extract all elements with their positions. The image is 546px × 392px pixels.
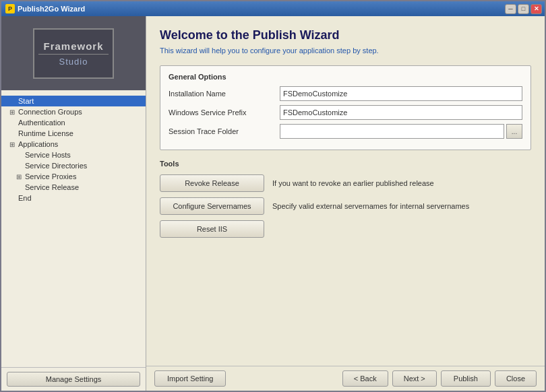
sidebar-item-label: Authentication [18,119,65,127]
logo-box: Framework Studio [33,28,114,79]
session-trace-folder-field: ... [280,124,522,139]
title-bar: P Publish2Go Wizard ─ □ ✕ [1,1,545,16]
sidebar-item-service-proxies[interactable]: ⊞ Service Proxies [1,171,146,182]
nav-list: Start ⊞ Connection Groups Authentication… [1,90,146,367]
tools-section: Tools Revoke Release If you want to revo… [160,160,531,238]
installation-name-row: Installation Name [169,86,522,101]
publish-button[interactable]: Publish [441,370,491,387]
sidebar: Framework Studio Start ⊞ Connection Grou… [1,16,146,391]
revoke-release-button[interactable]: Revoke Release [160,174,264,192]
content-area: Welcome to the Publish Wizard This wizar… [146,16,545,366]
general-options-group: General Options Installation Name Window… [160,65,531,150]
app-icon: P [5,4,15,13]
session-trace-folder-input[interactable] [280,124,504,139]
sidebar-item-label: End [18,194,32,202]
window-body: Framework Studio Start ⊞ Connection Grou… [1,16,545,391]
page-title: Welcome to the Publish Wizard [160,28,531,42]
maximize-button[interactable]: □ [518,4,529,14]
sidebar-item-applications[interactable]: ⊞ Applications [1,139,146,150]
sidebar-item-runtime-license[interactable]: Runtime License [1,128,146,139]
back-button[interactable]: < Back [342,370,388,387]
sidebar-item-label: Service Hosts [25,151,71,159]
logo-divider [38,54,109,55]
import-setting-button[interactable]: Import Setting [154,370,226,387]
windows-service-prefix-label: Windows Service Prefix [169,108,280,117]
nav-buttons: < Back Next > Publish Close [342,370,537,387]
logo-bottom: Studio [59,57,88,67]
installation-name-label: Installation Name [169,90,280,98]
window-title: Publish2Go Wizard [18,5,85,13]
main-content: Welcome to the Publish Wizard This wizar… [146,16,545,391]
logo-top: Framework [43,40,103,52]
windows-service-prefix-row: Windows Service Prefix [169,105,522,120]
sidebar-item-service-hosts[interactable]: Service Hosts [1,150,146,160]
close-button[interactable]: Close [495,370,537,387]
sidebar-item-connection-groups[interactable]: ⊞ Connection Groups [1,106,146,117]
sidebar-item-service-release[interactable]: Service Release [1,182,146,193]
expand-icon: ⊞ [9,108,16,116]
revoke-release-row: Revoke Release If you want to revoke an … [160,174,531,192]
browse-button[interactable]: ... [506,124,522,139]
reset-iis-row: Reset IIS [160,220,531,238]
logo-area: Framework Studio [1,16,146,90]
bottom-left: Import Setting [154,370,226,387]
sidebar-item-service-directories[interactable]: Service Directories [1,160,146,171]
sidebar-item-start[interactable]: Start [1,96,146,106]
reset-iis-button[interactable]: Reset IIS [160,220,264,238]
session-trace-folder-label: Session Trace Folder [169,127,280,135]
sidebar-item-label: Runtime License [18,129,73,137]
expand-icon: ⊞ [9,141,16,148]
sidebar-item-label: Service Release [25,183,79,191]
title-bar-controls: ─ □ ✕ [505,4,542,14]
next-button[interactable]: Next > [392,370,437,387]
sidebar-item-label: Service Proxies [25,172,76,181]
sidebar-item-label: Connection Groups [18,108,82,116]
sidebar-item-label: Applications [18,140,58,148]
sidebar-item-authentication[interactable]: Authentication [1,117,146,128]
configure-servernames-desc: Specify valid external servernames for i… [272,202,469,210]
close-window-button[interactable]: ✕ [530,4,542,14]
windows-service-prefix-input[interactable] [280,105,522,120]
tools-label: Tools [160,160,531,168]
title-bar-left: P Publish2Go Wizard [5,4,85,13]
configure-servernames-row: Configure Servernames Specify valid exte… [160,197,531,215]
main-window: P Publish2Go Wizard ─ □ ✕ Framework Stud… [0,0,546,392]
general-options-label: General Options [169,73,522,81]
configure-servernames-button[interactable]: Configure Servernames [160,197,264,215]
manage-settings-button[interactable]: Manage Settings [7,372,140,387]
page-subtitle: This wizard will help you to configure y… [160,46,531,55]
sidebar-item-end[interactable]: End [1,193,146,203]
minimize-button[interactable]: ─ [505,4,516,14]
sidebar-bottom: Manage Settings [1,367,146,391]
bottom-bar: Import Setting < Back Next > Publish Clo… [146,366,545,391]
sidebar-item-label: Service Directories [25,162,87,170]
sidebar-item-label: Start [18,97,34,105]
revoke-release-desc: If you want to revoke an earlier publish… [272,179,434,187]
installation-name-input[interactable] [280,86,522,101]
expand-icon: ⊞ [16,173,23,181]
session-trace-folder-row: Session Trace Folder ... [169,124,522,139]
